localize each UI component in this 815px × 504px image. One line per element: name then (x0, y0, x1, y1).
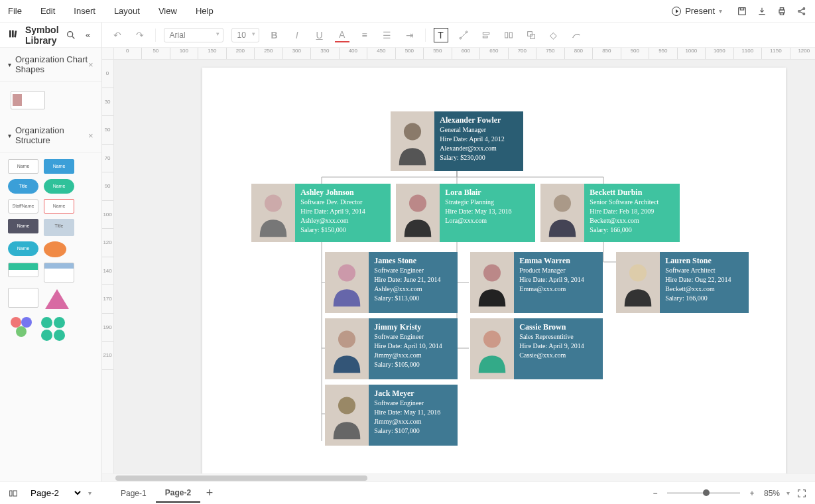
zoom-out-button[interactable]: − (650, 488, 660, 499)
sidebar-section-orgchart[interactable]: ▾ Organization Chart Shapes × (0, 48, 101, 82)
page-select[interactable]: Page-2 (24, 485, 83, 501)
zoom-in-button[interactable]: + (747, 488, 757, 499)
card-photo (251, 184, 295, 242)
connector-button[interactable] (456, 28, 471, 42)
fill-button[interactable]: ◇ (546, 28, 561, 42)
shape-pill-blue[interactable]: Title (8, 179, 38, 194)
org-card[interactable]: James Stone Software Engineer Hire Date:… (325, 252, 458, 313)
card-hire: Hire Date: April 4, 2012 (440, 135, 504, 144)
card-salary: Salary: $107,000 (374, 426, 440, 436)
download-icon[interactable] (757, 6, 767, 17)
shape-triangle[interactable] (45, 289, 69, 309)
menu-help[interactable]: Help (196, 6, 214, 16)
stroke-button[interactable] (569, 28, 584, 42)
close-section-icon[interactable]: × (88, 60, 94, 70)
list-button[interactable]: ☰ (380, 28, 395, 42)
align-shapes-button[interactable] (479, 28, 493, 42)
org-card[interactable]: Cassie Brown Sales Representitive Hire D… (470, 318, 603, 379)
shape-pill-teal[interactable]: Name (8, 241, 38, 256)
shape-table2[interactable] (44, 263, 74, 283)
shape-box[interactable]: Name (8, 159, 38, 174)
card-salary: Salary: $113,000 (374, 294, 440, 303)
page-tab-2[interactable]: Page-2 (156, 484, 200, 503)
save-icon[interactable] (737, 6, 747, 17)
font-select[interactable]: Arial (164, 28, 223, 42)
svg-rect-9 (12, 31, 14, 38)
text-tool-button[interactable]: T (434, 28, 448, 42)
org-card[interactable]: Jack Meyer Software Engineer Hire Date: … (325, 385, 458, 446)
menu-edit[interactable]: Edit (40, 6, 55, 16)
shape-group[interactable]: Title (44, 219, 74, 236)
present-button[interactable]: Present ▾ (666, 3, 727, 19)
group-button[interactable] (524, 28, 538, 42)
horizontal-scrollbar[interactable] (102, 473, 815, 481)
card-name: Alexander Fowler (440, 115, 504, 125)
sidebar-section-orgstructure[interactable]: ▾ Organization Structure × (0, 119, 101, 153)
menu-file[interactable]: File (8, 6, 22, 16)
shape-box-red[interactable]: Name (44, 199, 74, 214)
undo-button[interactable]: ↶ (110, 28, 125, 42)
distribute-button[interactable] (501, 28, 516, 42)
card-title: Software Engineer (374, 332, 442, 342)
shape-box-dark[interactable]: Name (8, 219, 38, 233)
close-section-icon[interactable]: × (88, 131, 94, 141)
outline-icon[interactable] (8, 488, 19, 499)
fullscreen-icon[interactable] (796, 488, 807, 499)
shape-rounded[interactable]: StaffName (8, 199, 38, 214)
page-tab-1[interactable]: Page-1 (111, 485, 156, 502)
svg-point-28 (483, 330, 501, 347)
svg-rect-10 (14, 31, 17, 37)
org-card-root[interactable]: Alexander Fowler General Manager Hire Da… (391, 111, 523, 171)
indent-button[interactable]: ⇥ (403, 28, 417, 42)
collapse-sidebar-icon[interactable]: « (83, 30, 94, 40)
italic-button[interactable]: I (290, 28, 304, 42)
card-email: Jimmy@xxx.com (374, 351, 442, 360)
card-photo (325, 318, 369, 379)
shape-4circles[interactable] (41, 317, 65, 341)
redo-button[interactable]: ↷ (133, 28, 147, 42)
underline-button[interactable]: U (312, 28, 327, 42)
shape-pill-green[interactable]: Name (44, 179, 74, 194)
shapes-orgchart (0, 82, 101, 119)
canvas[interactable]: Alexander Fowler General Manager Hire Da… (114, 60, 815, 473)
search-icon[interactable] (66, 30, 76, 40)
svg-rect-4 (780, 13, 783, 15)
org-card[interactable]: Lauren Stone Software Architect Hire Dat… (616, 252, 749, 313)
card-name: Ashley Johnson (300, 188, 365, 198)
menu-layout[interactable]: Layout (114, 6, 140, 16)
zoom-slider[interactable] (667, 492, 740, 494)
bold-button[interactable]: B (267, 28, 282, 42)
card-title: Software Dev. Director (300, 198, 365, 207)
card-salary: Salary: $230,000 (440, 153, 504, 162)
shape-table[interactable] (8, 263, 38, 277)
present-label: Present (685, 6, 715, 16)
org-card[interactable]: Beckett Durbin Senior Software Architect… (540, 184, 680, 242)
org-card[interactable]: Emma Warren Product Manager Hire Date: A… (470, 252, 603, 313)
shape-venn[interactable] (9, 317, 33, 337)
shape-plain[interactable] (8, 288, 38, 308)
svg-rect-18 (527, 31, 532, 36)
org-card[interactable]: Lora Blair Strategic Planning Hire Date:… (396, 184, 535, 242)
chevron-down-icon: ▾ (719, 7, 722, 15)
share-icon[interactable] (796, 6, 807, 17)
align-button[interactable]: ≡ (357, 28, 372, 42)
card-name: Jack Meyer (374, 389, 440, 399)
card-title: Software Engineer (374, 266, 440, 275)
page[interactable]: Alexander Fowler General Manager Hire Da… (202, 68, 786, 473)
org-card[interactable]: Jimmy Kristy Software Engineer Hire Date… (325, 318, 458, 379)
shape-card-photo[interactable] (11, 91, 45, 109)
svg-point-20 (404, 123, 421, 140)
card-email: Beckett@xxx.com (590, 216, 658, 225)
shape-box-blue[interactable]: Name (44, 159, 74, 174)
card-title: Senior Software Architect (590, 198, 658, 207)
print-icon[interactable] (777, 6, 787, 17)
card-salary: Salary: $105,000 (374, 360, 442, 369)
menu-insert[interactable]: Insert (74, 6, 95, 16)
text-color-button[interactable]: A (335, 28, 349, 42)
shape-oval-orange[interactable] (44, 241, 66, 257)
menu-view[interactable]: View (158, 6, 177, 16)
org-card[interactable]: Ashley Johnson Software Dev. Director Hi… (251, 184, 391, 242)
chevron-down-icon: ▾ (88, 489, 92, 497)
fontsize-select[interactable]: 10 (231, 28, 259, 42)
add-page-button[interactable]: + (204, 488, 215, 499)
